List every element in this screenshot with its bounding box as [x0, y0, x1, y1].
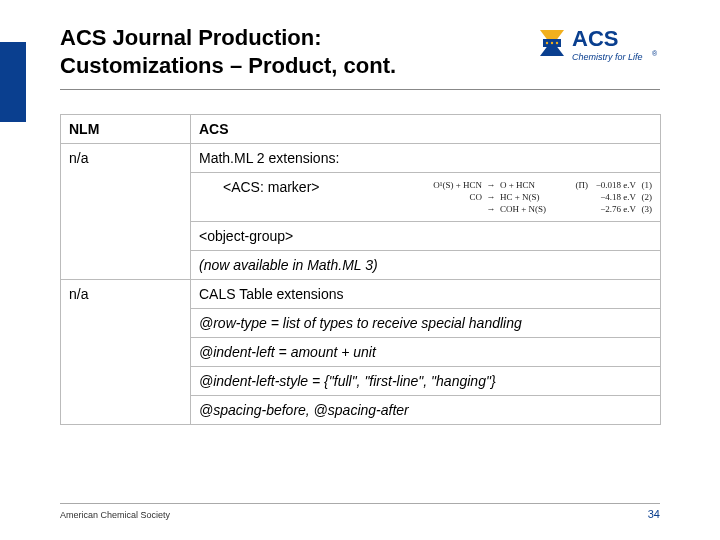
slide-footer: American Chemical Society 34 [60, 503, 660, 520]
left-accent-bar [0, 42, 26, 122]
svg-point-2 [551, 42, 553, 44]
table-row: n/a CALS Table extensions [61, 280, 661, 309]
cell-text: <ACS: marker> [199, 179, 319, 195]
title-underline [60, 89, 660, 90]
svg-point-3 [556, 42, 558, 44]
equation-row: CO → HC + N(S) −4.18 e.V (2) [410, 191, 652, 203]
cell-acs: (now available in Math.ML 3) [191, 251, 661, 280]
cell-acs: @row-type = list of types to receive spe… [191, 309, 661, 338]
title-line-1: ACS Journal Production: [60, 25, 322, 50]
table-header-row: NLM ACS [61, 115, 661, 144]
acs-logo: ACS Chemistry for Life ® [530, 20, 660, 74]
equation-figure: O¹(S) + HCN → O + HCN (Π) −0.018 e.V (1)… [410, 179, 652, 215]
cell-acs: <object-group> [191, 222, 661, 251]
title-line-2: Customizations – Product, cont. [60, 53, 396, 78]
cell-acs: Math.ML 2 extensions: [191, 144, 661, 173]
slide-title: ACS Journal Production: Customizations –… [60, 24, 396, 79]
footer-org: American Chemical Society [60, 510, 170, 520]
svg-text:®: ® [652, 50, 658, 57]
cell-acs: @spacing-before, @spacing-after [191, 396, 661, 425]
page-number: 34 [648, 508, 660, 520]
logo-brand-text: ACS [572, 26, 618, 51]
col-header-acs: ACS [191, 115, 661, 144]
equation-row: O¹(S) + HCN → O + HCN (Π) −0.018 e.V (1) [410, 179, 652, 191]
slide-content: ACS Journal Production: Customizations –… [60, 24, 660, 425]
header-row: ACS Journal Production: Customizations –… [60, 24, 660, 79]
cell-nlm: n/a [61, 144, 191, 280]
cell-acs: @indent-left = amount + unit [191, 338, 661, 367]
table-row: n/a Math.ML 2 extensions: [61, 144, 661, 173]
cell-acs: @indent-left-style = {"full", "first-lin… [191, 367, 661, 396]
customization-table: NLM ACS n/a Math.ML 2 extensions: <ACS: … [60, 114, 661, 425]
logo-tagline-text: Chemistry for Life [572, 52, 643, 62]
equation-row: → COH + N(S) −2.76 e.V (3) [410, 203, 652, 215]
cell-nlm: n/a [61, 280, 191, 425]
svg-point-1 [546, 42, 548, 44]
cell-acs: <ACS: marker> O¹(S) + HCN → O + HCN (Π) … [191, 173, 661, 222]
col-header-nlm: NLM [61, 115, 191, 144]
cell-acs: CALS Table extensions [191, 280, 661, 309]
